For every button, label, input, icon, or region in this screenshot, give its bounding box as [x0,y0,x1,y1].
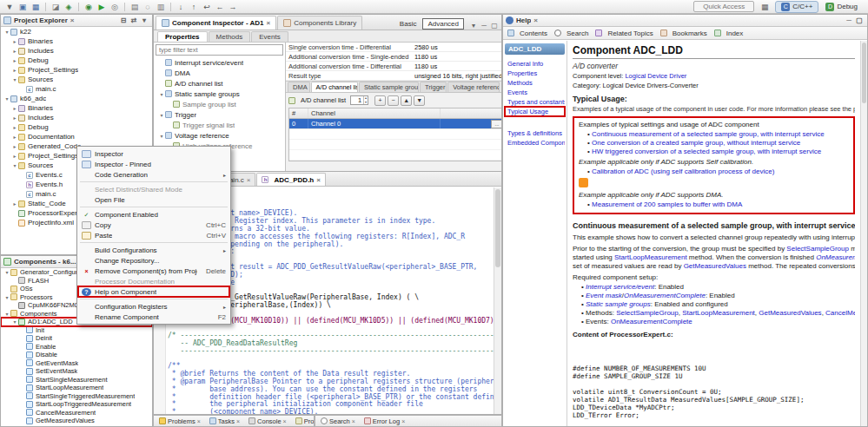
property-row[interactable]: Additional conversion time - Differentia… [286,62,501,71]
close-icon[interactable] [283,418,287,424]
header-icon[interactable]: ⊟ [118,16,129,24]
menu-item[interactable]: Change Repository... [78,255,229,266]
view-tab[interactable]: Prope... [292,416,315,426]
close-icon[interactable] [197,418,201,424]
help-nav-link[interactable]: General Info [505,59,565,69]
tree-item[interactable]: StartSingleMeasurement [1,376,152,384]
close-icon[interactable] [316,176,321,184]
menu-item[interactable]: Rename Component F2 [78,312,229,322]
menu-item[interactable]: ✓ Component Enabled [78,209,229,220]
property-row[interactable]: Additional conversion time - Single-ende… [286,52,501,62]
expander-icon[interactable]: ▾ [158,91,165,97]
view-mode-button[interactable]: Basic [395,19,421,29]
header-icon[interactable]: ▢ [854,16,865,24]
toolbar-icon[interactable]: ◈ [63,2,75,12]
property-value[interactable]: 2580 us [414,43,501,51]
property-row[interactable]: Single conversion time - Differential 25… [286,43,501,52]
close-icon[interactable] [70,16,75,24]
tree-item[interactable]: StartSingleTriggeredMeasurement [1,392,152,401]
help-tab[interactable]: Search [554,30,588,37]
help-nav-link[interactable]: Methods [505,78,565,88]
text-segment[interactable]: Static sample groups [586,300,651,308]
toolbar-icon[interactable]: ↑ [188,2,200,12]
count-spinner[interactable]: 1 ▴ ▾ [350,95,368,105]
toolbar-icon[interactable]: ← [214,2,226,12]
tree-item[interactable]: GetMeasuredValues [1,417,152,425]
toolbar-icon[interactable]: ▼ [3,2,16,12]
example-link[interactable]: One conversion of a created sample group… [592,139,800,147]
header-icon[interactable]: ─ [479,22,489,30]
expander-icon[interactable]: ▸ [11,134,18,140]
menu-item[interactable]: Code Generation ▸ [78,169,229,180]
text-segment[interactable]: Event mask [586,292,622,299]
scrollbar-thumb[interactable] [495,189,500,267]
menu-item[interactable]: ? Help on Component [78,286,229,297]
group-tab[interactable]: Static sample groups [359,82,419,92]
text-segment[interactable]: OnMeasurementComplete [624,292,706,299]
tree-item[interactable]: GetEventMask [1,359,152,368]
tree-item[interactable]: ▾ Sources [1,75,152,84]
view-tab[interactable]: Console [245,416,290,426]
tree-item[interactable]: ▾ k66_adc [1,94,152,103]
toolbar-icon[interactable]: ◪ [50,2,62,12]
property-tree-item[interactable]: A/D channel list [156,78,283,89]
header-icon[interactable]: ▢ [489,22,500,30]
close-icon[interactable] [236,418,240,424]
expander-icon[interactable]: ▸ [11,115,18,121]
toolbar-icon[interactable]: ▥ [155,2,167,12]
help-nav-link[interactable]: Properties [505,69,565,78]
tree-item[interactable]: Deinit [1,334,152,343]
inspector-subtab[interactable]: Methods [209,31,251,42]
expander-icon[interactable]: ▾ [3,311,10,317]
help-tab[interactable]: Related Topics [595,30,653,37]
toolbar-icon[interactable]: ▦ [30,2,42,12]
help-tab[interactable]: Bookmarks [660,30,707,37]
expander-icon[interactable]: ▸ [11,67,18,73]
close-icon[interactable] [352,418,355,424]
expander-icon[interactable]: ▾ [3,269,10,275]
help-tab[interactable]: Contents [507,30,547,37]
move-up-button[interactable]: ▲ [401,95,412,106]
tree-item[interactable]: ▸ Debug [1,56,152,65]
example-link[interactable]: Measurement of 200 samples to buffer wit… [592,200,742,208]
text-segment[interactable]: GetMeasuredValues [684,262,746,270]
tree-item[interactable]: SetEventMask [1,367,152,376]
inspector-subtab[interactable]: Properties [157,31,208,42]
perspective-button[interactable]: D Debug [820,2,863,12]
tab-components-library[interactable]: Components Library [277,16,362,30]
text-segment[interactable]: CancelMeasurement [825,309,855,317]
view-tab[interactable]: Search [317,416,359,426]
more-button[interactable]: ... [491,120,501,128]
header-icon[interactable]: ⇄ [129,16,139,24]
add-item-button[interactable]: + [374,95,386,106]
expander-icon[interactable]: ▸ [11,124,18,130]
tree-item[interactable]: StartLoopTriggeredMeasurement [1,400,152,409]
example-link[interactable]: HW triggered conversion of a selected sa… [592,148,821,155]
text-segment[interactable]: OnMeasurementComplete [611,318,692,325]
text-segment[interactable]: SelectSampleGroup [786,245,849,253]
perspective-button[interactable]: C C/C++ [775,1,818,13]
tab-component-inspector[interactable]: Component Inspector - AD1 [156,16,276,30]
property-tree-item[interactable]: Trigger signal list [156,120,283,130]
property-tree-item[interactable]: ▾ Trigger [156,109,283,120]
menu-item[interactable]: Paste Ctrl+V [78,230,229,240]
menu-item[interactable]: Configuration Registers ▸ [78,301,229,312]
menu-item[interactable]: Copy Ctrl+C [78,220,229,230]
text-segment[interactable]: Interrupt service/event [586,283,654,291]
property-tree-item[interactable]: ▾ Voltage reference [156,130,283,141]
view-mode-button[interactable]: Advanced [422,18,464,30]
group-tab[interactable]: Trigger [420,82,447,92]
property-tree-item[interactable]: Sample group list [156,99,283,109]
help-nav-link[interactable]: Typical Usage [505,107,565,116]
expander-icon[interactable]: ▾ [11,76,18,82]
help-nav-link[interactable]: Types and constants [505,97,565,107]
tree-item[interactable]: StartLoopMeasurement [1,384,152,392]
editor-tab[interactable]: h ADC_PDD.h [256,173,325,186]
text-segment[interactable]: SelectSampleGroup [616,309,679,317]
toolbar-icon[interactable]: ▦ [759,2,771,12]
toolbar-icon[interactable]: ↓ [175,2,187,12]
component-level-link[interactable]: Logical Device Driver [625,72,686,80]
expander-icon[interactable]: ▾ [3,29,10,35]
group-tab[interactable]: Voltage reference [447,82,500,92]
tree-item[interactable]: ▸ Binaries [1,36,152,46]
